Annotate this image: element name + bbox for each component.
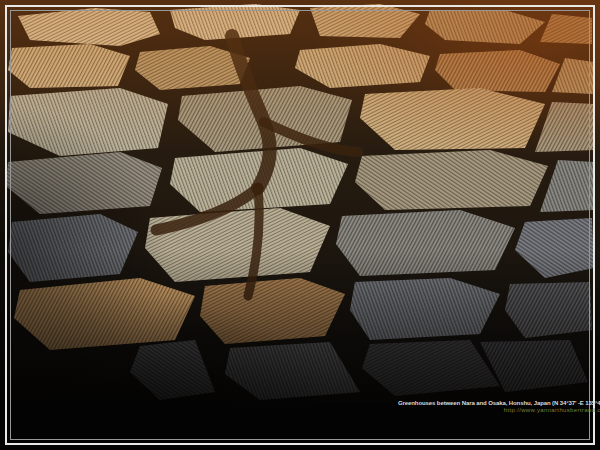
desktop-wallpaper: Greenhouses between Nara and Osaka, Hons… <box>0 0 600 450</box>
caption-title: Greenhouses between Nara and Osaka, Hons… <box>398 399 600 407</box>
caption-url: http://www.yannarthusbertrand.org <box>398 407 600 414</box>
aerial-greenhouses-photo <box>0 0 600 450</box>
photo-caption: Greenhouses between Nara and Osaka, Hons… <box>398 399 600 414</box>
